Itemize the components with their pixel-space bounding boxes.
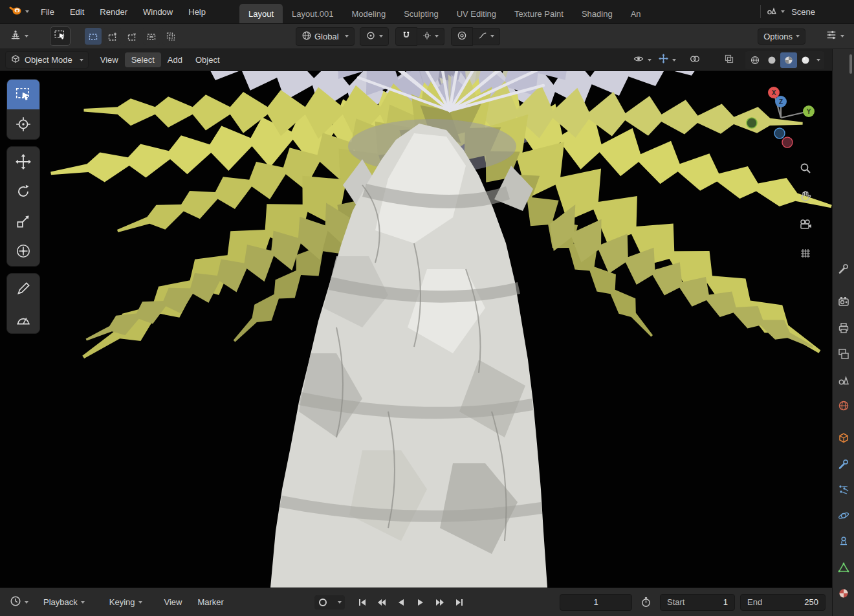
mode-dropdown[interactable]: Object Mode	[5, 51, 89, 69]
tool-box-select[interactable]	[7, 80, 39, 109]
scene-selector[interactable]: Scene	[766, 5, 854, 18]
options-dropdown[interactable]: Options	[758, 28, 805, 45]
menu-add[interactable]: Add	[161, 52, 189, 67]
transform-orientation-dropdown[interactable]: Global	[296, 27, 355, 46]
blender-menu-button[interactable]	[5, 5, 33, 18]
menu-view[interactable]: View	[94, 52, 125, 67]
auto-key-options-dropdown[interactable]	[331, 599, 345, 606]
chevron-down-icon	[25, 35, 28, 38]
select-mode-subtract-button[interactable]	[124, 28, 140, 45]
select-mode-set-button[interactable]	[85, 28, 102, 45]
next-keyframe-button[interactable]	[432, 595, 448, 610]
chevron-down-icon	[781, 10, 785, 13]
workspace-tab-animation-truncated[interactable]: An	[622, 4, 650, 23]
scrollbar[interactable]	[849, 54, 852, 74]
overlays-toggle[interactable]	[686, 52, 704, 69]
chevron-down-icon	[25, 10, 29, 13]
workspace-tab-uv-editing[interactable]: UV Editing	[448, 4, 505, 23]
navigation-gizmo[interactable]: X Z Y	[742, 79, 820, 157]
gizmos-dropdown[interactable]	[655, 51, 679, 69]
shading-wireframe-button[interactable]	[747, 52, 763, 68]
tab-render[interactable]	[836, 294, 851, 309]
axis-neg-y-ball[interactable]	[747, 118, 757, 128]
jump-to-start-button[interactable]	[354, 595, 371, 610]
proportional-edit-toggle[interactable]	[451, 27, 473, 46]
select-mode-invert-button[interactable]	[143, 28, 160, 45]
select-mode-extend-button[interactable]	[104, 28, 121, 45]
xray-toggle[interactable]	[721, 52, 738, 69]
workspace-tab-layout[interactable]: Layout	[239, 4, 283, 23]
tool-cursor[interactable]	[7, 109, 39, 139]
tab-particles[interactable]	[836, 482, 851, 498]
tool-annotate[interactable]	[7, 274, 39, 303]
tab-object[interactable]	[836, 430, 851, 446]
snap-with-dropdown[interactable]	[417, 28, 444, 45]
timeline-marker-menu[interactable]: Marker	[190, 594, 231, 610]
editor-type-button[interactable]	[6, 27, 32, 45]
tab-modifiers[interactable]	[836, 456, 851, 472]
tab-object-data[interactable]	[836, 560, 851, 575]
pan-button[interactable]	[796, 187, 815, 205]
menu-file[interactable]: File	[33, 4, 62, 20]
ortho-toggle-button[interactable]	[796, 244, 815, 262]
tool-move[interactable]	[7, 147, 39, 177]
menu-edit[interactable]: Edit	[62, 4, 92, 20]
menu-object[interactable]: Object	[189, 52, 226, 67]
keying-menu[interactable]: Keying	[102, 594, 150, 610]
snap-toggle-button[interactable]	[395, 27, 417, 46]
tab-material[interactable]	[836, 586, 851, 601]
scene-browse-icon	[766, 5, 778, 18]
tab-physics[interactable]	[836, 508, 851, 523]
current-frame-field[interactable]: 1	[560, 594, 632, 611]
frame-end-field[interactable]: End250	[740, 594, 826, 611]
visibility-dropdown[interactable]	[630, 52, 655, 69]
preview-range-toggle[interactable]	[637, 595, 655, 610]
tool-transform[interactable]	[7, 236, 39, 266]
menu-select[interactable]: Select	[125, 52, 161, 67]
workspace-tab-layout-001[interactable]: Layout.001	[283, 4, 342, 23]
playback-menu[interactable]: Playback	[36, 594, 93, 610]
jump-to-end-button[interactable]	[451, 595, 468, 610]
pivot-point-dropdown[interactable]	[360, 27, 389, 46]
axis-neg-z-ball[interactable]	[774, 128, 785, 138]
tab-scene[interactable]	[836, 372, 851, 388]
tab-tool[interactable]	[836, 261, 851, 276]
camera-view-button[interactable]	[796, 215, 815, 234]
select-mode-intersect-button[interactable]	[162, 28, 179, 45]
properties-editor-type-button[interactable]	[822, 27, 848, 45]
menu-window[interactable]: Window	[135, 4, 181, 20]
workspace-tab-sculpting[interactable]: Sculpting	[395, 4, 447, 23]
menu-help[interactable]: Help	[181, 4, 214, 20]
proportional-falloff-dropdown[interactable]	[473, 28, 500, 45]
tab-view-layer[interactable]	[836, 346, 851, 362]
tool-measure[interactable]	[7, 303, 39, 333]
workspace-tab-shading[interactable]: Shading	[573, 4, 622, 23]
auto-key-record-button[interactable]	[314, 595, 331, 610]
frame-start-field[interactable]: Start1	[660, 594, 735, 611]
timeline-editor-type-button[interactable]	[6, 593, 32, 611]
transport-controls	[354, 595, 468, 610]
menu-render[interactable]: Render	[92, 4, 135, 20]
shading-rendered-button[interactable]	[797, 52, 814, 68]
shading-solid-button[interactable]	[763, 52, 780, 68]
shading-material-button[interactable]	[780, 52, 797, 68]
prev-keyframe-button[interactable]	[373, 595, 390, 610]
tab-output[interactable]	[836, 320, 851, 336]
timeline-view-menu[interactable]: View	[157, 594, 190, 610]
active-tool-button[interactable]	[50, 27, 71, 46]
play-reverse-button[interactable]	[393, 595, 410, 610]
xray-icon	[724, 54, 734, 67]
tab-constraints[interactable]	[836, 534, 851, 549]
workspace-tab-texture-paint[interactable]: Texture Paint	[505, 4, 573, 23]
end-label: End	[747, 597, 762, 607]
magnet-icon	[401, 30, 411, 43]
tool-scale[interactable]	[7, 206, 39, 236]
tab-world[interactable]	[836, 398, 851, 413]
axis-neg-x-ball[interactable]	[782, 137, 793, 148]
viewport-render[interactable]	[0, 49, 832, 588]
play-button[interactable]	[412, 595, 429, 610]
viewport-3d[interactable]: Object Mode View Select Add Object	[0, 49, 832, 588]
zoom-button[interactable]	[796, 159, 815, 177]
workspace-tab-modeling[interactable]: Modeling	[342, 4, 395, 23]
tool-rotate[interactable]	[7, 177, 39, 206]
